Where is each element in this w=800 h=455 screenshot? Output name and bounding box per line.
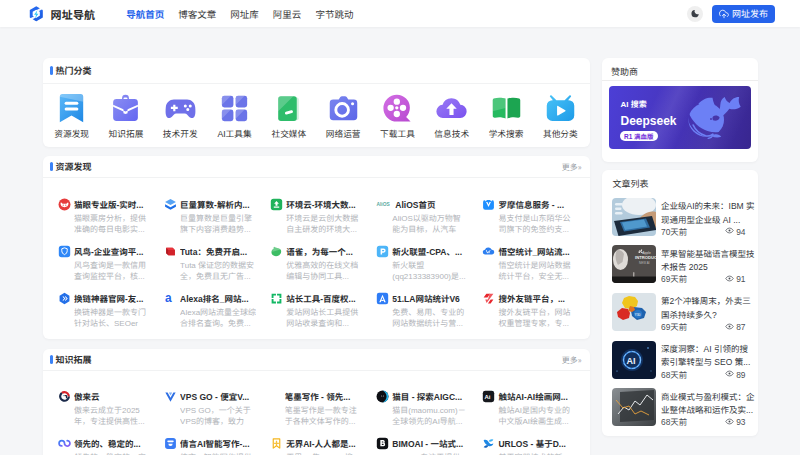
svg-text:¥30: ¥30 [634, 313, 640, 317]
svg-text:Ai: Ai [484, 394, 490, 400]
svg-text:A: A [62, 395, 65, 399]
svg-text:a: a [165, 292, 172, 305]
svg-text:AliOS: AliOS [376, 202, 390, 207]
svg-text:INTRODUCIN: INTRODUCIN [635, 255, 657, 260]
svg-text:AI: AI [626, 355, 635, 365]
svg-text:NEW AI: NEW AI [639, 261, 650, 265]
